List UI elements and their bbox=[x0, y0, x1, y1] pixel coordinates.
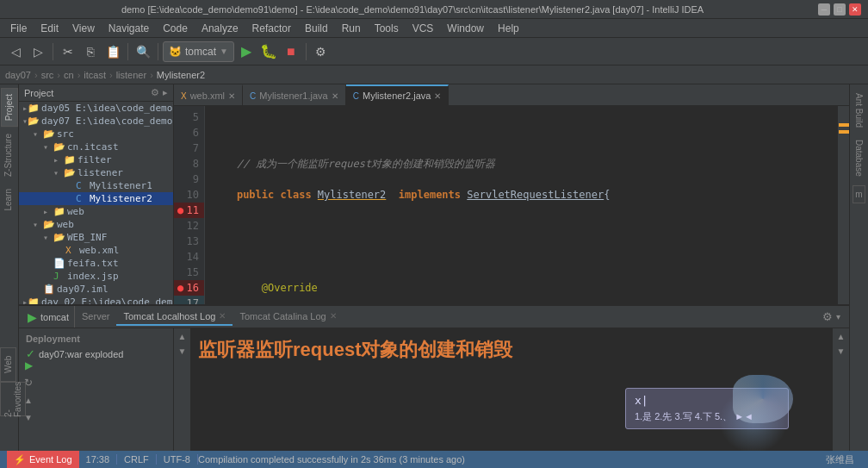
tree-item-label: day07 E:\idea\code_demo\dem bbox=[41, 115, 173, 127]
toolbar-search-btn[interactable]: 🔍 bbox=[133, 41, 153, 62]
action-run-btn[interactable]: ▶ bbox=[21, 358, 36, 373]
output-text: 监听器监听request对象的创建和销毁 bbox=[174, 328, 832, 371]
m-tab[interactable]: m bbox=[852, 185, 865, 203]
scroll-up-btn[interactable]: ▲ bbox=[177, 330, 189, 343]
folder-icon: 📁 bbox=[28, 103, 40, 114]
gutter-mark-2[interactable] bbox=[839, 130, 849, 134]
structure-tab[interactable]: Z-Structure bbox=[1, 128, 18, 182]
tree-item-day07iml[interactable]: ▸ 📋 day07.iml bbox=[19, 283, 173, 296]
arrow-icon: ▾ bbox=[53, 168, 64, 178]
menu-vcs[interactable]: VCS bbox=[406, 21, 441, 36]
tree-item-day05[interactable]: ▸ 📁 day05 E:\idea\code_demo\dem bbox=[19, 102, 173, 115]
toolbar-cut-btn[interactable]: ✂ bbox=[58, 41, 78, 62]
menu-analyze[interactable]: Analyze bbox=[195, 21, 245, 36]
menu-help[interactable]: Help bbox=[491, 21, 526, 36]
scroll-down-btn[interactable]: ▼ bbox=[177, 345, 189, 358]
tree-item-mylistener2[interactable]: ▸ C Mylistener2 bbox=[19, 192, 173, 205]
bottom-content: Deployment ✓ day07:war exploded ▶ ↻ ▲ ▼ … bbox=[19, 328, 849, 451]
menu-edit[interactable]: Edit bbox=[34, 21, 65, 36]
tab-webxml[interactable]: X web.xml ✕ bbox=[174, 84, 243, 105]
tab-label: Tomcat Catalina Log bbox=[239, 311, 326, 321]
tree-item-indexjsp[interactable]: ▸ J index.jsp bbox=[19, 270, 173, 283]
tab-label: Mylistener1.java bbox=[259, 90, 327, 101]
debug-btn[interactable]: 🐛 bbox=[258, 41, 279, 62]
nav-day07[interactable]: day07 bbox=[5, 70, 31, 80]
menu-file[interactable]: File bbox=[3, 21, 34, 36]
learn-tab[interactable]: Learn bbox=[1, 184, 18, 216]
tree-item-web[interactable]: ▾ 📂 web bbox=[19, 218, 173, 231]
run-config-label: tomcat bbox=[185, 46, 216, 58]
tree-item-mylistener1[interactable]: ▸ C Mylistener1 bbox=[19, 179, 173, 192]
tree-item-webxml[interactable]: ▸ X web.xml bbox=[19, 244, 173, 257]
tree-item-listener[interactable]: ▾ 📂 listener bbox=[19, 166, 173, 179]
nav-itcast[interactable]: itcast bbox=[84, 70, 106, 80]
run-btn[interactable]: ▶ bbox=[236, 41, 257, 62]
tree-item-label: Mylistener2 bbox=[90, 193, 152, 204]
status-event-log[interactable]: ⚡ Event Log bbox=[7, 451, 79, 468]
tree-item-web-pkg[interactable]: ▸ 📁 web bbox=[19, 205, 173, 218]
line-5: 5 bbox=[174, 109, 204, 125]
database-tab[interactable]: Database bbox=[852, 134, 865, 182]
toolbar-paste-btn[interactable]: 📋 bbox=[102, 41, 123, 62]
code-line-6: // 成为一个能监听request对象的创建和销毁的监听器 bbox=[212, 156, 830, 172]
tree-item-feifa[interactable]: ▸ 📄 feifa.txt bbox=[19, 257, 173, 270]
web-tab[interactable]: Web bbox=[0, 347, 16, 382]
chevron-right-icon[interactable]: ▸ bbox=[163, 87, 168, 98]
nav-mylistener2[interactable]: Mylistener2 bbox=[157, 70, 205, 80]
close-icon[interactable]: ✕ bbox=[332, 91, 338, 101]
minimize-btn[interactable]: ─ bbox=[818, 3, 830, 16]
tab-label: Server bbox=[82, 311, 109, 321]
close-icon[interactable]: ✕ bbox=[228, 91, 235, 101]
bottom-panel-settings[interactable]: ⚙ ▾ bbox=[817, 310, 846, 323]
menu-view[interactable]: View bbox=[65, 21, 102, 36]
project-tab[interactable]: Project bbox=[1, 88, 18, 127]
line-11[interactable]: 11 bbox=[174, 203, 204, 218]
menu-build[interactable]: Build bbox=[298, 21, 335, 36]
close-icon[interactable]: ✕ bbox=[219, 311, 226, 321]
tree-item-webinf[interactable]: ▾ 📂 WEB_INF bbox=[19, 231, 173, 244]
tree-item-filter[interactable]: ▸ 📁 filter bbox=[19, 153, 173, 166]
status-encoding[interactable]: UTF-8 bbox=[157, 454, 198, 465]
tree-item-src[interactable]: ▾ 📂 src bbox=[19, 128, 173, 140]
nav-listener[interactable]: listener bbox=[116, 70, 146, 80]
settings-btn[interactable]: ⚙ bbox=[311, 41, 332, 62]
bottom-tab-catalina[interactable]: Tomcat Catalina Log ✕ bbox=[232, 309, 343, 326]
code-line-8 bbox=[212, 218, 830, 234]
java-tab-icon: C bbox=[353, 91, 359, 101]
stop-btn[interactable]: ■ bbox=[281, 41, 301, 62]
chevron-down-icon: ▼ bbox=[220, 47, 228, 56]
tree-item-day07[interactable]: ▾ 📂 day07 E:\idea\code_demo\dem bbox=[19, 115, 173, 128]
gutter-mark-1[interactable] bbox=[839, 123, 849, 127]
menu-run[interactable]: Run bbox=[335, 21, 368, 36]
menu-code[interactable]: Code bbox=[156, 21, 195, 36]
close-btn[interactable]: ✕ bbox=[849, 3, 861, 16]
maximize-btn[interactable]: □ bbox=[834, 3, 846, 16]
tab-mylistener1[interactable]: C Mylistener1.java ✕ bbox=[243, 84, 346, 105]
close-icon[interactable]: ✕ bbox=[330, 311, 337, 321]
bottom-tab-server[interactable]: Server bbox=[75, 309, 116, 326]
bottom-tab-localhost[interactable]: Tomcat Localhost Log ✕ bbox=[116, 309, 232, 326]
menu-refactor[interactable]: Refactor bbox=[245, 21, 298, 36]
menu-tools[interactable]: Tools bbox=[368, 21, 406, 36]
output-action-up[interactable]: ▲ bbox=[835, 330, 847, 343]
ant-build-tab[interactable]: Ant Build bbox=[852, 88, 865, 133]
close-icon[interactable]: ✕ bbox=[434, 91, 441, 101]
menu-window[interactable]: Window bbox=[440, 21, 491, 36]
nav-src[interactable]: src bbox=[41, 70, 54, 80]
toolbar-copy-btn[interactable]: ⎘ bbox=[80, 41, 101, 62]
line-16[interactable]: 16 bbox=[174, 280, 204, 296]
deploy-item[interactable]: ✓ day07:war exploded bbox=[22, 346, 170, 362]
menu-navigate[interactable]: Navigate bbox=[102, 21, 156, 36]
gear-icon[interactable]: ⚙ bbox=[151, 87, 159, 98]
run-config-dropdown[interactable]: 🐱 tomcat ▼ bbox=[163, 41, 234, 62]
nav-cn[interactable]: cn bbox=[64, 70, 74, 80]
gear-icon: ⚙ bbox=[822, 310, 833, 323]
favorites-tab[interactable]: 2-Favorites bbox=[0, 382, 26, 416]
status-crlf[interactable]: CRLF bbox=[117, 454, 157, 465]
tab-mylistener2[interactable]: C Mylistener2.java ✕ bbox=[346, 84, 450, 105]
deployment-sidebar: Deployment ✓ day07:war exploded ▶ ↻ ▲ ▼ bbox=[19, 328, 174, 451]
toolbar-forward-btn[interactable]: ▷ bbox=[28, 41, 48, 62]
output-action-down[interactable]: ▼ bbox=[835, 345, 847, 358]
toolbar-back-btn[interactable]: ◁ bbox=[5, 41, 26, 62]
tree-item-cn-itcast[interactable]: ▾ 📂 cn.itcast bbox=[19, 140, 173, 153]
